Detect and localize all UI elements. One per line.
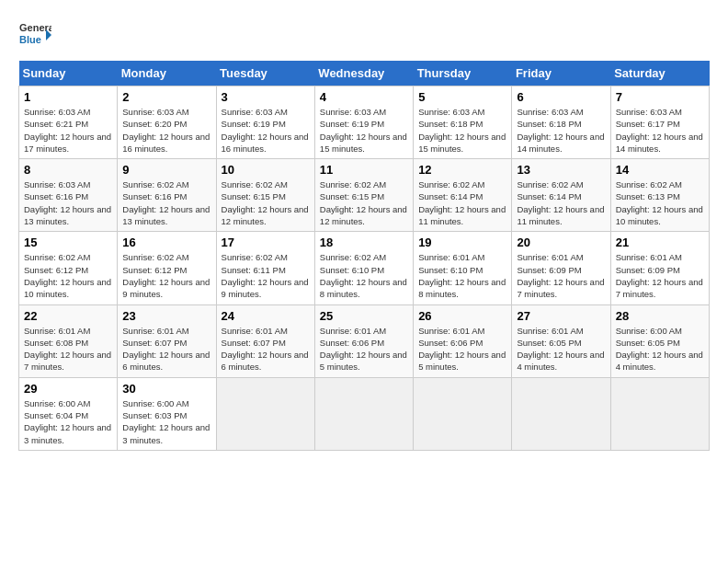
day-number: 16	[122, 236, 210, 249]
calendar-cell	[610, 377, 709, 450]
calendar-cell: 12 Sunrise: 6:02 AM Sunset: 6:14 PM Dayl…	[414, 159, 512, 232]
day-number: 19	[418, 236, 506, 249]
weekday-header-tuesday: Tuesday	[216, 61, 314, 86]
day-info: Sunrise: 6:01 AM Sunset: 6:05 PM Dayligh…	[517, 325, 605, 373]
day-info: Sunrise: 6:02 AM Sunset: 6:12 PM Dayligh…	[122, 251, 210, 300]
calendar-cell: 23 Sunrise: 6:01 AM Sunset: 6:07 PM Dayl…	[118, 304, 216, 377]
weekday-header-monday: Monday	[118, 61, 216, 86]
day-info: Sunrise: 6:03 AM Sunset: 6:18 PM Dayligh…	[517, 106, 605, 155]
calendar-cell: 15 Sunrise: 6:02 AM Sunset: 6:12 PM Dayl…	[19, 232, 118, 304]
day-number: 4	[320, 90, 408, 104]
day-number: 3	[222, 90, 310, 104]
day-number: 6	[517, 90, 605, 104]
day-info: Sunrise: 6:01 AM Sunset: 6:06 PM Dayligh…	[320, 325, 408, 373]
day-info: Sunrise: 6:02 AM Sunset: 6:12 PM Dayligh…	[24, 251, 112, 300]
day-number: 12	[418, 163, 506, 177]
calendar-cell: 27 Sunrise: 6:01 AM Sunset: 6:05 PM Dayl…	[512, 304, 610, 377]
calendar-cell: 30 Sunrise: 6:00 AM Sunset: 6:03 PM Dayl…	[118, 377, 216, 450]
day-info: Sunrise: 6:01 AM Sunset: 6:08 PM Dayligh…	[24, 325, 112, 373]
calendar-cell: 6 Sunrise: 6:03 AM Sunset: 6:18 PM Dayli…	[512, 86, 610, 159]
calendar-cell	[414, 377, 512, 450]
calendar-body: 1 Sunrise: 6:03 AM Sunset: 6:21 PM Dayli…	[19, 86, 710, 451]
day-info: Sunrise: 6:03 AM Sunset: 6:19 PM Dayligh…	[320, 106, 408, 155]
day-number: 13	[517, 163, 605, 177]
day-number: 2	[122, 90, 210, 104]
calendar-cell: 10 Sunrise: 6:02 AM Sunset: 6:15 PM Dayl…	[216, 159, 314, 232]
calendar-cell: 7 Sunrise: 6:03 AM Sunset: 6:17 PM Dayli…	[610, 86, 709, 159]
calendar-cell: 9 Sunrise: 6:02 AM Sunset: 6:16 PM Dayli…	[118, 159, 216, 232]
day-info: Sunrise: 6:03 AM Sunset: 6:17 PM Dayligh…	[616, 106, 704, 155]
weekday-header-row: SundayMondayTuesdayWednesdayThursdayFrid…	[19, 61, 710, 86]
day-number: 23	[122, 309, 210, 323]
calendar-cell: 16 Sunrise: 6:02 AM Sunset: 6:12 PM Dayl…	[118, 232, 216, 304]
day-info: Sunrise: 6:02 AM Sunset: 6:13 PM Dayligh…	[616, 178, 704, 227]
logo-icon: General Blue	[18, 18, 51, 52]
day-number: 30	[122, 382, 210, 396]
day-info: Sunrise: 6:01 AM Sunset: 6:09 PM Dayligh…	[517, 251, 605, 300]
calendar-cell: 19 Sunrise: 6:01 AM Sunset: 6:10 PM Dayl…	[414, 232, 512, 304]
calendar-cell: 1 Sunrise: 6:03 AM Sunset: 6:21 PM Dayli…	[19, 86, 118, 159]
calendar-cell: 21 Sunrise: 6:01 AM Sunset: 6:09 PM Dayl…	[610, 232, 709, 304]
day-number: 28	[616, 309, 704, 323]
day-info: Sunrise: 6:03 AM Sunset: 6:21 PM Dayligh…	[24, 106, 112, 155]
calendar-week-4: 22 Sunrise: 6:01 AM Sunset: 6:08 PM Dayl…	[19, 304, 710, 377]
calendar-table: SundayMondayTuesdayWednesdayThursdayFrid…	[18, 61, 710, 451]
calendar-cell: 22 Sunrise: 6:01 AM Sunset: 6:08 PM Dayl…	[19, 304, 118, 377]
day-info: Sunrise: 6:02 AM Sunset: 6:15 PM Dayligh…	[222, 178, 310, 227]
calendar-week-2: 8 Sunrise: 6:03 AM Sunset: 6:16 PM Dayli…	[19, 159, 710, 232]
day-info: Sunrise: 6:03 AM Sunset: 6:20 PM Dayligh…	[122, 106, 210, 155]
page-header: General Blue	[18, 18, 710, 52]
calendar-cell	[512, 377, 610, 450]
day-info: Sunrise: 6:02 AM Sunset: 6:15 PM Dayligh…	[320, 178, 408, 227]
day-number: 22	[24, 309, 112, 323]
day-info: Sunrise: 6:01 AM Sunset: 6:06 PM Dayligh…	[418, 325, 506, 373]
day-number: 29	[24, 382, 112, 396]
day-info: Sunrise: 6:03 AM Sunset: 6:16 PM Dayligh…	[24, 178, 112, 227]
calendar-cell: 18 Sunrise: 6:02 AM Sunset: 6:10 PM Dayl…	[314, 232, 413, 304]
day-number: 24	[222, 309, 310, 323]
day-number: 5	[418, 90, 506, 104]
day-number: 18	[320, 236, 408, 249]
day-number: 21	[616, 236, 704, 249]
day-info: Sunrise: 6:02 AM Sunset: 6:10 PM Dayligh…	[320, 251, 408, 300]
weekday-header-sunday: Sunday	[19, 61, 118, 86]
day-info: Sunrise: 6:02 AM Sunset: 6:14 PM Dayligh…	[418, 178, 506, 227]
weekday-header-wednesday: Wednesday	[314, 61, 413, 86]
calendar-cell: 29 Sunrise: 6:00 AM Sunset: 6:04 PM Dayl…	[19, 377, 118, 450]
calendar-week-3: 15 Sunrise: 6:02 AM Sunset: 6:12 PM Dayl…	[19, 232, 710, 304]
day-info: Sunrise: 6:03 AM Sunset: 6:19 PM Dayligh…	[222, 106, 310, 155]
calendar-cell: 8 Sunrise: 6:03 AM Sunset: 6:16 PM Dayli…	[19, 159, 118, 232]
calendar-cell: 2 Sunrise: 6:03 AM Sunset: 6:20 PM Dayli…	[118, 86, 216, 159]
day-info: Sunrise: 6:02 AM Sunset: 6:14 PM Dayligh…	[517, 178, 605, 227]
calendar-week-1: 1 Sunrise: 6:03 AM Sunset: 6:21 PM Dayli…	[19, 86, 710, 159]
calendar-cell: 25 Sunrise: 6:01 AM Sunset: 6:06 PM Dayl…	[314, 304, 413, 377]
day-number: 25	[320, 309, 408, 323]
calendar-cell: 24 Sunrise: 6:01 AM Sunset: 6:07 PM Dayl…	[216, 304, 314, 377]
calendar-cell: 17 Sunrise: 6:02 AM Sunset: 6:11 PM Dayl…	[216, 232, 314, 304]
calendar-week-5: 29 Sunrise: 6:00 AM Sunset: 6:04 PM Dayl…	[19, 377, 710, 450]
day-info: Sunrise: 6:01 AM Sunset: 6:07 PM Dayligh…	[122, 325, 210, 373]
day-info: Sunrise: 6:03 AM Sunset: 6:18 PM Dayligh…	[418, 106, 506, 155]
calendar-cell: 11 Sunrise: 6:02 AM Sunset: 6:15 PM Dayl…	[314, 159, 413, 232]
day-number: 17	[222, 236, 310, 249]
logo: General Blue	[18, 18, 51, 52]
day-number: 9	[122, 163, 210, 177]
calendar-cell: 5 Sunrise: 6:03 AM Sunset: 6:18 PM Dayli…	[414, 86, 512, 159]
day-number: 8	[24, 163, 112, 177]
calendar-cell	[314, 377, 413, 450]
calendar-cell: 26 Sunrise: 6:01 AM Sunset: 6:06 PM Dayl…	[414, 304, 512, 377]
day-number: 15	[24, 236, 112, 249]
day-number: 10	[222, 163, 310, 177]
day-number: 14	[616, 163, 704, 177]
day-number: 7	[616, 90, 704, 104]
svg-text:Blue: Blue	[19, 34, 41, 45]
day-number: 11	[320, 163, 408, 177]
day-info: Sunrise: 6:02 AM Sunset: 6:16 PM Dayligh…	[122, 178, 210, 227]
calendar-cell: 28 Sunrise: 6:00 AM Sunset: 6:05 PM Dayl…	[610, 304, 709, 377]
calendar-cell: 13 Sunrise: 6:02 AM Sunset: 6:14 PM Dayl…	[512, 159, 610, 232]
calendar-cell	[216, 377, 314, 450]
day-info: Sunrise: 6:01 AM Sunset: 6:09 PM Dayligh…	[616, 251, 704, 300]
day-info: Sunrise: 6:00 AM Sunset: 6:04 PM Dayligh…	[24, 397, 112, 446]
calendar-cell: 3 Sunrise: 6:03 AM Sunset: 6:19 PM Dayli…	[216, 86, 314, 159]
day-info: Sunrise: 6:00 AM Sunset: 6:05 PM Dayligh…	[616, 325, 704, 373]
